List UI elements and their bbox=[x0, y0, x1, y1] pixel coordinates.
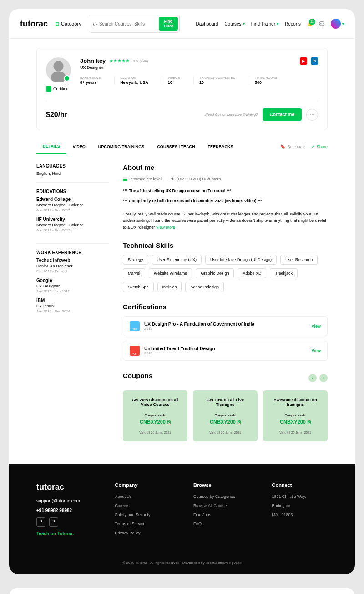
price: $20/hr bbox=[46, 111, 67, 119]
search-box: ⌕ Find Tutor bbox=[89, 15, 180, 33]
star-rating: ★★★★★ bbox=[109, 58, 130, 63]
search-input[interactable] bbox=[97, 20, 159, 28]
certs-title: Certifications bbox=[123, 303, 328, 311]
skill-tag: Graphic Design bbox=[196, 268, 234, 278]
skill-tag: InVision bbox=[157, 282, 182, 292]
main-content: About me Intermediate level 👁 (GMT -05:0… bbox=[123, 164, 328, 441]
profile-name: John key bbox=[80, 57, 106, 64]
skill-tag: User Experience (UX) bbox=[152, 255, 202, 265]
bell-icon[interactable]: 🔔13 bbox=[307, 21, 313, 26]
certified-badge: Certified bbox=[46, 86, 71, 92]
nav-dashboard[interactable]: Dashboard bbox=[196, 21, 218, 26]
user-menu[interactable]: ▾ bbox=[331, 19, 344, 29]
youtube-icon[interactable]: ▶ bbox=[300, 57, 307, 65]
footer-link[interactable]: Safety and Security bbox=[115, 512, 171, 517]
teach-link[interactable]: Teach on Tutorac bbox=[36, 531, 92, 536]
cert-view-link[interactable]: View bbox=[312, 324, 321, 328]
rating-text: 5.0 (130) bbox=[133, 59, 148, 63]
nav-reports[interactable]: Reports bbox=[285, 21, 301, 26]
nav-find-trainer[interactable]: Find Trainer▾ bbox=[251, 21, 278, 26]
about-title: About me bbox=[123, 164, 328, 171]
social-icon[interactable]: ? bbox=[49, 517, 58, 527]
coupon-card: Get 20% Discount on all Video Courses Co… bbox=[123, 390, 187, 441]
tab-details[interactable]: DETAILS bbox=[36, 139, 66, 154]
tab-upcoming[interactable]: UPCOMING TRAININGS bbox=[92, 140, 151, 154]
tab-feedbacks[interactable]: FEEDBACKS bbox=[201, 140, 239, 154]
educations-title: EDUCATIONS bbox=[36, 189, 109, 194]
cert-item: JPG UX Design Pro - A Fundation of Gover… bbox=[123, 316, 328, 336]
coupon-prev-button[interactable]: ‹ bbox=[308, 374, 317, 382]
tab-courses[interactable]: COURSES I TEACH bbox=[151, 140, 201, 154]
skill-tag: User Research bbox=[280, 255, 318, 265]
custom-training-text: Need Customized Live Training? bbox=[205, 113, 258, 117]
profile-role: UX Designer bbox=[80, 65, 291, 70]
footer-link[interactable]: Browse All Course bbox=[193, 503, 249, 508]
footer: tutorac support@tutorac.com +91 98982 98… bbox=[9, 464, 355, 574]
more-button[interactable]: ⋯ bbox=[306, 109, 318, 121]
cert-view-link[interactable]: View bbox=[312, 348, 321, 353]
jpg-icon: JPG bbox=[130, 321, 140, 331]
avatar bbox=[331, 19, 341, 29]
work-title: WORK EXPERIENCE bbox=[36, 250, 109, 255]
footer-link[interactable]: Terms of Service bbox=[115, 522, 171, 526]
footer-link[interactable]: FAQs bbox=[193, 522, 249, 526]
profile-card: Certified John key ★★★★★ 5.0 (130) UX De… bbox=[36, 48, 328, 130]
sidebar: LANGUAGES English, Hindi EDUCATIONS Edwa… bbox=[36, 164, 109, 441]
copy-icon[interactable]: ⎘ bbox=[308, 419, 311, 425]
profile-avatar bbox=[46, 57, 71, 82]
copy-icon[interactable]: ⎘ bbox=[238, 419, 241, 425]
nav-courses[interactable]: Courses▾ bbox=[224, 21, 244, 26]
footer-logo: tutorac bbox=[36, 482, 92, 492]
copy-icon[interactable]: ⎘ bbox=[167, 419, 171, 425]
tabs: DETAILS VIDEO UPCOMING TRAININGS COURSES… bbox=[36, 139, 328, 154]
footer-link[interactable]: About Us bbox=[115, 494, 171, 499]
skill-tag: User Interface Design (UI Design) bbox=[205, 255, 277, 265]
footer-link[interactable]: Courses by Categories bbox=[193, 494, 249, 499]
chat-icon[interactable]: 💬 bbox=[319, 21, 324, 26]
search-icon: ⌕ bbox=[93, 20, 97, 28]
bookmark-button[interactable]: 🔖 Bookmark bbox=[280, 144, 306, 149]
logo: tutorac bbox=[20, 19, 48, 29]
view-more-link[interactable]: View more bbox=[156, 225, 175, 230]
footer-link[interactable]: Privacy Policy bbox=[115, 531, 171, 535]
pdf-icon: PDF bbox=[130, 346, 140, 356]
skill-tag: Adobe Indesign bbox=[185, 282, 224, 292]
social-icon[interactable]: ? bbox=[36, 517, 46, 527]
skills-title: Technical Skills bbox=[123, 241, 328, 249]
copyright: © 2020 Tutorac | All rights reserved | D… bbox=[36, 553, 328, 565]
skill-tag: Strategy bbox=[123, 255, 148, 265]
share-button[interactable]: ↗ Share bbox=[311, 144, 328, 149]
find-tutor-button[interactable]: Find Tutor bbox=[159, 17, 178, 31]
coupon-card: Awesome discount on trainigns Coupen cod… bbox=[263, 390, 328, 441]
cert-item: PDF Unlimited Talent Youth of Design2018… bbox=[123, 341, 328, 361]
footer-link[interactable]: Find Jobs bbox=[193, 512, 249, 517]
coupons-title: Coupons bbox=[123, 372, 152, 379]
category-button[interactable]: ⊞ Category bbox=[55, 21, 81, 27]
tab-video[interactable]: VIDEO bbox=[66, 140, 92, 154]
level-icon bbox=[123, 177, 127, 181]
skill-tag: Adobe XD bbox=[238, 268, 266, 278]
skill-tag: Website Wirefame bbox=[149, 268, 192, 278]
shield-icon bbox=[46, 86, 51, 92]
contact-button[interactable]: Contact me bbox=[263, 108, 302, 121]
skill-tag: Sketch App bbox=[123, 282, 154, 292]
footer-link[interactable]: Careers bbox=[115, 503, 171, 508]
skill-tag: Marvel bbox=[123, 268, 145, 278]
skill-tag: Treekjack bbox=[270, 268, 298, 278]
languages-title: LANGUAGES bbox=[36, 164, 109, 169]
coupon-card: Get 10% on all Live Trainigns Coupen cod… bbox=[193, 390, 258, 441]
header: tutorac ⊞ Category ⌕ Find Tutor Dashboar… bbox=[9, 9, 355, 39]
coupon-next-button[interactable]: › bbox=[319, 374, 328, 382]
linkedin-icon[interactable]: in bbox=[311, 57, 318, 65]
quiz-card: Quiz1: Check your smart brain test 1 Qui… bbox=[9, 588, 355, 594]
